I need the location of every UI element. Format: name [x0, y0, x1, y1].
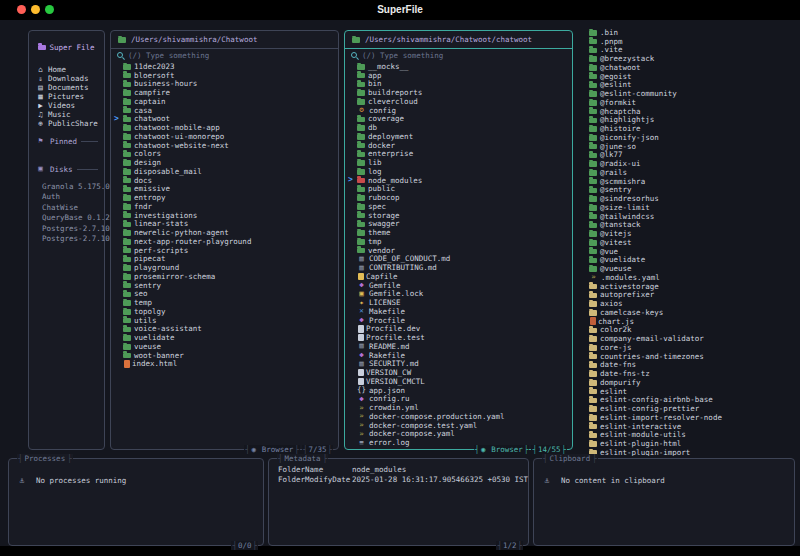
file-row[interactable]: investigations — [111, 211, 338, 220]
file-row[interactable]: color2k — [577, 326, 796, 335]
file-row[interactable]: >node_modules — [345, 176, 572, 185]
file-row[interactable]: @iconify-json — [577, 133, 796, 142]
file-row[interactable]: ▥SECURITY.md — [345, 360, 572, 369]
file-row[interactable]: @tailwindcss — [577, 212, 796, 221]
file-row[interactable]: Capfile — [345, 272, 572, 281]
disk-item[interactable]: Granola 5.175.0... — [29, 181, 104, 192]
file-row[interactable]: core-js — [577, 343, 796, 352]
file-row[interactable]: eslint — [577, 387, 796, 396]
file-row[interactable]: deployment — [345, 132, 572, 141]
file-row[interactable]: playground — [111, 263, 338, 272]
file-row[interactable]: next-app-router-playground — [111, 237, 338, 246]
file-row[interactable]: seo — [111, 290, 338, 299]
disk-item[interactable]: Postgres-2.7.10... — [29, 223, 104, 234]
file-row[interactable]: prosemirror-schema — [111, 272, 338, 281]
file-row[interactable]: @formkit — [577, 98, 796, 107]
file-row[interactable]: @chatwoot — [577, 63, 796, 72]
file-row[interactable]: ◆Procfile — [345, 316, 572, 325]
file-row[interactable]: chatwoot-website-next — [111, 141, 338, 150]
file-row[interactable]: @vueuse — [577, 264, 796, 273]
file-row[interactable]: index.html — [111, 360, 338, 369]
file-row[interactable]: eslint-config-prettier — [577, 404, 796, 413]
sidebar-item-publicshare[interactable]: ⊕PublicShare — [29, 119, 104, 128]
file-row[interactable]: »docker-compose.production.yaml — [345, 412, 572, 421]
disk-item[interactable]: Postgres-2.7.10... — [29, 234, 104, 245]
file-row[interactable]: bloersoft — [111, 71, 338, 80]
file-row[interactable]: »crowdin.yml — [345, 403, 572, 412]
file-row[interactable]: temp — [111, 298, 338, 307]
file-row[interactable]: @vitest — [577, 238, 796, 247]
file-row[interactable]: eslint-plugin-import — [577, 448, 796, 456]
file-row[interactable]: ✕Makefile — [345, 307, 572, 316]
file-row[interactable]: storage — [345, 211, 572, 220]
file-row[interactable]: .pnpm — [577, 37, 796, 46]
file-row[interactable]: design — [111, 158, 338, 167]
file-row[interactable]: linear-stats — [111, 220, 338, 229]
file-row[interactable]: VERSION_CW — [345, 368, 572, 377]
file-row[interactable]: Procfile.test — [345, 333, 572, 342]
file-row[interactable]: @highlightjs — [577, 116, 796, 125]
file-row[interactable]: ◆config.ru — [345, 395, 572, 404]
file-row[interactable]: business-hours — [111, 80, 338, 89]
file-row[interactable]: {}app.json — [345, 386, 572, 395]
file-row[interactable]: @vuelidate — [577, 256, 796, 265]
file-row[interactable]: emissive — [111, 185, 338, 194]
file-row[interactable]: »docker-compose.yaml — [345, 430, 572, 439]
sidebar-item-videos[interactable]: ▶Videos — [29, 101, 104, 110]
file-row[interactable]: __mocks__ — [345, 62, 572, 71]
file-row[interactable]: sentry — [111, 281, 338, 290]
file-row[interactable]: spec — [345, 202, 572, 211]
file-row[interactable]: eslint-interactive — [577, 422, 796, 431]
file-row[interactable]: eslint-plugin-html — [577, 439, 796, 448]
file-row[interactable]: @radix-ui — [577, 159, 796, 168]
file-row[interactable]: axios — [577, 299, 796, 308]
file-row[interactable]: voice-assistant — [111, 325, 338, 334]
file-row[interactable]: ».modules.yaml — [577, 273, 796, 282]
file-row[interactable]: theme — [345, 228, 572, 237]
file-row[interactable]: .bin — [577, 28, 796, 37]
file-row[interactable]: »docker-compose.test.yaml — [345, 421, 572, 430]
file-row[interactable]: captain — [111, 97, 338, 106]
file-row[interactable]: @rails — [577, 168, 796, 177]
sidebar-item-music[interactable]: ♫Music — [29, 110, 104, 119]
disk-item[interactable]: QueryBase 0.1.2... — [29, 213, 104, 224]
file-row[interactable]: @hcaptcha — [577, 107, 796, 116]
file-row[interactable]: @scmmishra — [577, 177, 796, 186]
sidebar-item-documents[interactable]: ▤Documents — [29, 83, 104, 92]
file-row[interactable]: @size-limit — [577, 203, 796, 212]
file-row[interactable]: newrelic-python-agent — [111, 228, 338, 237]
file-row[interactable]: date-fns — [577, 361, 796, 370]
file-row[interactable]: coverage — [345, 115, 572, 124]
file-row[interactable]: lib — [345, 158, 572, 167]
file-row[interactable]: topolgy — [111, 307, 338, 316]
file-row[interactable]: enterprise — [345, 150, 572, 159]
file-row[interactable]: public — [345, 185, 572, 194]
file-row[interactable]: date-fns-tz — [577, 369, 796, 378]
file-row[interactable]: @june-so — [577, 142, 796, 151]
file-row[interactable]: app — [345, 71, 572, 80]
file-row[interactable]: @breezystack — [577, 54, 796, 63]
file-row[interactable]: countries-and-timezones — [577, 352, 796, 361]
file-row[interactable]: camelcase-keys — [577, 308, 796, 317]
disk-item[interactable]: Auth — [29, 192, 104, 203]
file-row[interactable]: vuelidate — [111, 333, 338, 342]
file-row[interactable]: colors — [111, 150, 338, 159]
file-row[interactable]: docker — [345, 141, 572, 150]
file-row[interactable]: @sindresorhus — [577, 194, 796, 203]
file-row[interactable]: clevercloud — [345, 97, 572, 106]
file-row[interactable]: tmp — [345, 237, 572, 246]
file-row[interactable]: vendor — [345, 246, 572, 255]
file-row[interactable]: .vite — [577, 46, 796, 55]
file-row[interactable]: docs — [111, 176, 338, 185]
file-row[interactable]: ◆Rakefile — [345, 351, 572, 360]
file-row[interactable]: log — [345, 167, 572, 176]
file-row[interactable]: company-email-validator — [577, 334, 796, 343]
file-row[interactable]: ⚙config — [345, 106, 572, 115]
file-row[interactable]: swagger — [345, 220, 572, 229]
file-row[interactable]: Procfile.dev — [345, 325, 572, 334]
file-row[interactable]: campfire — [111, 88, 338, 97]
file-row[interactable]: chatwoot-ui-monorepo — [111, 132, 338, 141]
file-row[interactable]: vueuse — [111, 342, 338, 351]
search-input[interactable]: (/) Type something — [111, 49, 338, 61]
file-row[interactable]: ✦LICENSE — [345, 298, 572, 307]
